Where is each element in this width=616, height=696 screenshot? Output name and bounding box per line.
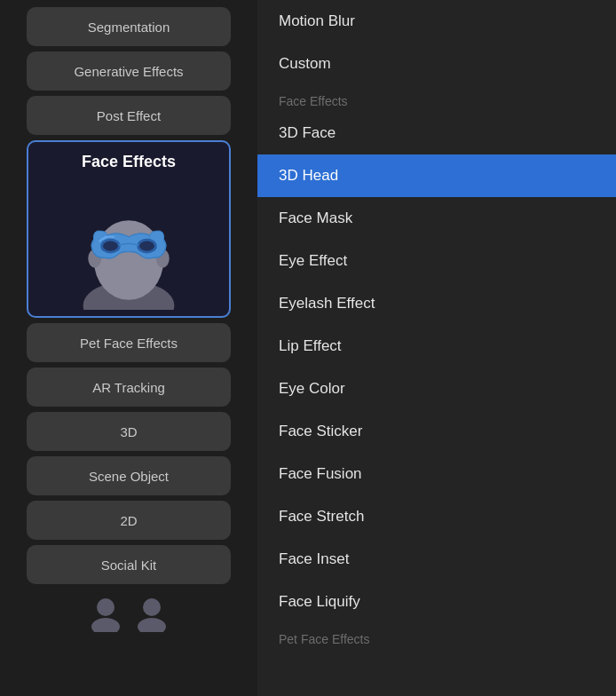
svg-point-8 (139, 241, 154, 250)
right-panel: Motion Blur Custom Face Effects 3D Face … (257, 0, 616, 696)
menu-item-face-mask[interactable]: Face Mask (257, 197, 616, 240)
svg-point-10 (91, 618, 120, 632)
avatar-icon-1 (86, 593, 125, 632)
menu-item-eye-color[interactable]: Eye Color (257, 368, 616, 410)
sidebar-item-post-effect[interactable]: Post Effect (27, 96, 231, 135)
sidebar-item-segmentation[interactable]: Segmentation (27, 7, 231, 46)
menu-item-face-inset[interactable]: Face Inset (257, 538, 616, 581)
menu-item-face-sticker[interactable]: Face Sticker (257, 410, 616, 453)
sidebar-item-face-effects[interactable]: Face Effects (27, 140, 231, 318)
social-kit-avatars (86, 593, 171, 632)
menu-item-custom[interactable]: Custom (257, 43, 616, 85)
svg-point-11 (143, 598, 161, 616)
menu-item-motion-blur[interactable]: Motion Blur (257, 0, 616, 43)
svg-point-12 (138, 618, 166, 632)
sidebar-item-2d[interactable]: 2D (27, 501, 231, 540)
menu-item-3d-face[interactable]: 3D Face (257, 112, 616, 154)
sidebar: Segmentation Generative Effects Post Eff… (0, 0, 257, 696)
section-label-face-effects: Face Effects (257, 85, 616, 112)
sidebar-item-pet-face-effects[interactable]: Pet Face Effects (27, 323, 231, 362)
menu-item-face-liquify[interactable]: Face Liquify (257, 581, 616, 623)
avatar-icon-2 (132, 593, 171, 632)
menu-item-face-stretch[interactable]: Face Stretch (257, 495, 616, 538)
avatar-illustration (67, 186, 191, 310)
menu-item-face-fusion[interactable]: Face Fusion (257, 453, 616, 495)
menu-item-eye-effect[interactable]: Eye Effect (257, 240, 616, 282)
menu-item-3d-head[interactable]: 3D Head (257, 154, 616, 197)
sidebar-item-social-kit[interactable]: Social Kit (27, 545, 231, 584)
menu-item-lip-effect[interactable]: Lip Effect (257, 325, 616, 368)
svg-point-6 (103, 241, 118, 250)
sidebar-item-scene-object[interactable]: Scene Object (27, 456, 231, 495)
face-effects-preview (28, 178, 229, 316)
section-label-pet-face-effects: Pet Face Effects (257, 623, 616, 650)
menu-item-eyelash-effect[interactable]: Eyelash Effect (257, 282, 616, 325)
sidebar-item-ar-tracking[interactable]: AR Tracking (27, 368, 231, 407)
svg-point-9 (97, 598, 115, 616)
sidebar-item-3d[interactable]: 3D (27, 412, 231, 451)
sidebar-item-generative-effects[interactable]: Generative Effects (27, 51, 231, 91)
